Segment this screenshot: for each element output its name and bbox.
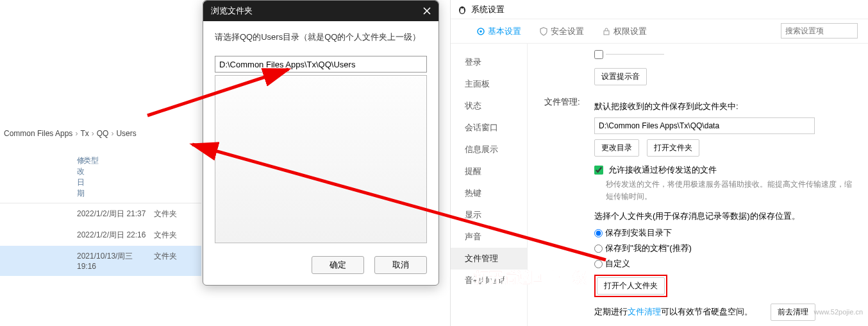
file-cleanup-link[interactable]: 文件清理 bbox=[628, 307, 661, 316]
fast-help-text: 秒传发送的文件，将使用极速服务器辅助接收。能提高文件传输速度，缩短传输时间。 bbox=[606, 178, 856, 203]
col-date[interactable]: 修改日期 bbox=[0, 155, 77, 199]
section-label: 文件管理: bbox=[544, 96, 580, 108]
table-header: 修改日期 类型 bbox=[0, 151, 201, 203]
close-icon[interactable] bbox=[421, 4, 433, 17]
nav-chat[interactable]: 会话窗口 bbox=[451, 117, 527, 139]
col-type[interactable]: 类型 bbox=[77, 155, 122, 199]
chevron-right-icon: › bbox=[75, 129, 78, 138]
tab-basic[interactable]: 基本设置 bbox=[476, 26, 521, 37]
folder-tree[interactable] bbox=[215, 75, 427, 243]
nav-info[interactable]: 信息展示 bbox=[451, 139, 527, 160]
highlight-box: 打开个人文件夹 bbox=[594, 275, 667, 297]
nav-login[interactable]: 登录 bbox=[451, 51, 527, 73]
search-input[interactable] bbox=[781, 23, 858, 39]
radio-install-dir[interactable] bbox=[594, 229, 603, 237]
breadcrumb[interactable]: Common Files Apps› Tx› QQ› Users bbox=[0, 126, 201, 141]
dialog-titlebar[interactable]: 浏览文件夹 bbox=[203, 1, 438, 21]
breadcrumb-seg[interactable]: Tx bbox=[80, 129, 88, 138]
breadcrumb-seg[interactable]: Common Files Apps bbox=[4, 129, 72, 138]
save-path-field[interactable] bbox=[594, 117, 815, 134]
radio-my-docs[interactable] bbox=[594, 244, 603, 253]
explorer-table: 修改日期 类型 2022/1/2/周日 21:37 文件夹 2022/1/2/周… bbox=[0, 151, 201, 276]
dialog-title-text: 浏览文件夹 bbox=[211, 5, 253, 17]
svg-point-5 bbox=[480, 30, 482, 33]
settings-titlebar[interactable]: 系统设置 bbox=[451, 0, 868, 19]
nav-file[interactable]: 文件管理 bbox=[451, 248, 527, 270]
nav-display[interactable]: 显示 bbox=[451, 204, 527, 226]
watermark: www.52pojie.cn bbox=[814, 308, 863, 316]
cancel-button[interactable]: 取消 bbox=[374, 256, 427, 274]
allow-fast-checkbox[interactable] bbox=[594, 166, 603, 175]
radio-custom[interactable] bbox=[594, 260, 603, 268]
table-row[interactable]: 2021/10/13/周三 19:16 文件夹 bbox=[0, 246, 201, 276]
nav-panel[interactable]: 主面板 bbox=[451, 73, 527, 95]
svg-point-3 bbox=[463, 8, 464, 9]
annotation-text: 打开后返回上一级 bbox=[474, 268, 587, 287]
tab-permission[interactable]: 权限设置 bbox=[602, 26, 647, 37]
svg-point-1 bbox=[460, 8, 464, 13]
folder-path-input[interactable] bbox=[215, 56, 427, 73]
breadcrumb-seg[interactable]: Users bbox=[116, 129, 136, 138]
breadcrumb-seg[interactable]: QQ bbox=[97, 129, 109, 138]
personal-folder-hint: 选择个人文件夹(用于保存消息记录等数据)的保存位置。 bbox=[594, 210, 856, 222]
open-personal-folder-button[interactable]: 打开个人文件夹 bbox=[597, 277, 665, 295]
ok-button[interactable]: 确定 bbox=[312, 256, 364, 274]
top-checkbox[interactable] bbox=[594, 50, 603, 59]
nav-remind[interactable]: 提醒 bbox=[451, 160, 527, 182]
browse-folder-dialog: 浏览文件夹 请选择QQ的Users目录（就是QQ的个人文件夹上一级） 确定 取消 bbox=[203, 0, 439, 286]
svg-point-2 bbox=[460, 8, 462, 9]
gear-icon bbox=[476, 27, 485, 36]
tab-security[interactable]: 安全设置 bbox=[539, 26, 584, 37]
go-cleanup-button[interactable]: 前去清理 bbox=[771, 304, 815, 321]
settings-title: 系统设置 bbox=[471, 4, 505, 15]
lock-icon bbox=[602, 27, 611, 36]
open-folder-button[interactable]: 打开文件夹 bbox=[647, 139, 699, 157]
shield-icon bbox=[539, 27, 548, 36]
nav-sound[interactable]: 声音 bbox=[451, 226, 527, 248]
nav-status[interactable]: 状态 bbox=[451, 95, 527, 117]
chevron-right-icon: › bbox=[111, 129, 113, 138]
nav-hotkey[interactable]: 热键 bbox=[451, 182, 527, 204]
default-path-hint: 默认把接收到的文件保存到此文件夹中: bbox=[594, 101, 856, 112]
qq-icon bbox=[457, 4, 467, 15]
chevron-right-icon: › bbox=[92, 129, 94, 138]
table-row[interactable]: 2022/1/2/周日 21:37 文件夹 bbox=[0, 203, 201, 225]
table-row[interactable]: 2022/1/2/周日 22:16 文件夹 bbox=[0, 225, 201, 246]
set-hint-sound-button[interactable]: 设置提示音 bbox=[594, 68, 647, 85]
svg-rect-6 bbox=[604, 31, 609, 35]
settings-tabs: 基本设置 安全设置 权限设置 bbox=[451, 19, 868, 44]
change-dir-button[interactable]: 更改目录 bbox=[594, 139, 639, 157]
dialog-hint: 请选择QQ的Users目录（就是QQ的个人文件夹上一级） bbox=[215, 31, 427, 43]
